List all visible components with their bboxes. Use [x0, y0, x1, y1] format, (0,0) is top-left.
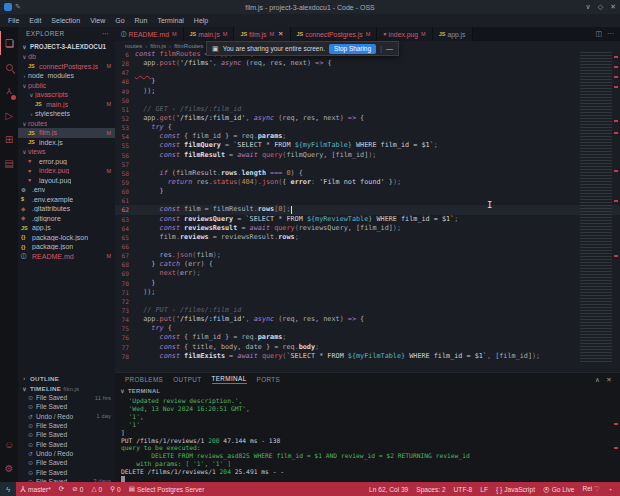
menu-help[interactable]: Help	[190, 16, 212, 25]
tree-item--env-example[interactable]: $.env.example	[18, 195, 115, 205]
split-editor-icon[interactable]: ◫	[595, 30, 602, 38]
tree-item-index-js[interactable]: JSindex.js	[18, 138, 115, 148]
code-editor[interactable]: 6const filmRoutes = (app) => {28 app.pos…	[115, 50, 620, 372]
menu-run[interactable]: Run	[131, 16, 152, 25]
menu-edit[interactable]: Edit	[25, 16, 45, 25]
tree-item--gitattributes[interactable]: ◈.gitattributes	[18, 204, 115, 214]
outline-section-header[interactable]: › OUTLINE	[18, 373, 115, 383]
settings-icon[interactable]: ⚙	[0, 456, 18, 480]
status-go-live[interactable]: ⦿Go Live	[539, 486, 578, 493]
tab-connectpostgres-js[interactable]: JSconnectPostgres.jsM	[291, 27, 378, 41]
tree-item-readme-md[interactable]: ⓘREADME.mdM	[18, 252, 115, 262]
menu-selection[interactable]: Selection	[47, 16, 84, 25]
tree-item-javascripts[interactable]: ∨javascripts	[18, 90, 115, 100]
menu-terminal[interactable]: Terminal	[153, 16, 187, 25]
timeline-item[interactable]: ↺Undo / Redo	[18, 449, 115, 458]
extensions-icon[interactable]: ⊞	[0, 127, 18, 151]
timeline-item[interactable]: ⊙File Saved	[18, 430, 115, 439]
timeline-item[interactable]: ⊙File Saved	[18, 467, 115, 476]
more-actions-icon[interactable]: ⋯	[607, 30, 614, 38]
tree-item-node-modules[interactable]: ›node_modules	[18, 71, 115, 81]
status-warn[interactable]: △0	[87, 485, 106, 493]
hide-notification-button[interactable]: —	[386, 45, 393, 52]
timeline-item[interactable]: ⊙File Saved11 hrs	[18, 393, 115, 402]
close-button[interactable]: ✕	[610, 3, 616, 11]
tab-index-pug[interactable]: ♥index.pugM	[377, 27, 432, 41]
tree-item-app-js[interactable]: JSapp.js	[18, 223, 115, 233]
close-panel-icon[interactable]: ✕	[606, 376, 612, 384]
timeline-item-label: File Saved	[36, 394, 67, 401]
tab-app-js[interactable]: JSapp.js	[433, 27, 473, 41]
tab-main-js[interactable]: JSmain.jsM	[184, 27, 235, 41]
tree-item-layout-pug[interactable]: ♥layout.pug	[18, 176, 115, 186]
status-ln-62-col-39[interactable]: Ln 62, Col 39	[365, 486, 412, 493]
status-db[interactable]: ▤Select Postgres Server	[125, 485, 209, 493]
tab-film-js[interactable]: JSfilm.jsM✕	[234, 27, 290, 41]
tree-item-routes[interactable]: ∨routes	[18, 119, 115, 129]
tree-item-film-js[interactable]: JSfilm.jsM	[18, 128, 115, 138]
breadcrumb-segment[interactable]: filmRoutes	[174, 42, 203, 49]
tree-item-index-pug[interactable]: ♥index.pugM	[18, 166, 115, 176]
tree-item-package-lock-json[interactable]: {}package-lock.json	[18, 233, 115, 243]
tree-item-connectpostgres-js[interactable]: JSconnectPostgres.jsM	[18, 62, 115, 72]
tree-item--env[interactable]: ⚙.env	[18, 185, 115, 195]
source-control-icon[interactable]: Y	[0, 79, 18, 103]
code-line-67: 67 res.json(film);	[115, 251, 620, 260]
panel-tab-ports[interactable]: PORTS	[257, 376, 281, 383]
status-bell[interactable]: ◔	[604, 486, 616, 493]
status-branch[interactable]: Ymaster*	[16, 484, 55, 494]
tree-item-db[interactable]: ∨db	[18, 52, 115, 62]
save-icon: ⊙	[28, 403, 33, 410]
close-tab-icon[interactable]: ✕	[278, 30, 283, 38]
tree-item-error-pug[interactable]: ♥error.pug	[18, 157, 115, 167]
breadcrumb-segment[interactable]: film.js	[150, 42, 166, 49]
panel-tab-problems[interactable]: PROBLEMS	[125, 376, 163, 383]
stop-sharing-button[interactable]: Stop Sharing	[329, 44, 376, 54]
tree-item-views[interactable]: ∨views	[18, 147, 115, 157]
status-lf[interactable]: LF	[476, 486, 492, 493]
maximize-panel-icon[interactable]: ∧	[595, 376, 600, 384]
menu-go[interactable]: Go	[111, 16, 128, 25]
window-title: film.js - project-3-alexdocu1 - Code - O…	[0, 4, 620, 11]
editor-actions: ◫⋯	[595, 27, 620, 41]
status-error[interactable]: ⊘0	[68, 485, 87, 493]
menu-view[interactable]: View	[86, 16, 109, 25]
panel-tab-terminal[interactable]: TERMINAL	[212, 375, 247, 384]
status-spaces-2[interactable]: Spaces: 2	[412, 486, 449, 493]
maximize-button[interactable]: ◇	[598, 3, 603, 11]
menu-file[interactable]: File	[4, 16, 23, 25]
status-plug[interactable]: ⚲0	[106, 485, 125, 493]
timeline-item[interactable]: ↺Undo / Redo1 day	[18, 412, 115, 421]
panel-tab-output[interactable]: OUTPUT	[173, 376, 201, 383]
status-utf-8[interactable]: UTF-8	[450, 486, 477, 493]
explorer-more-icon[interactable]: ⋯	[102, 30, 109, 38]
minimize-button[interactable]: ∨	[586, 3, 591, 11]
timeline-item[interactable]: ⊙File Saved	[18, 458, 115, 467]
status-sync[interactable]: ⟳	[55, 485, 69, 493]
tree-item-package-json[interactable]: {}package.json	[18, 242, 115, 252]
timeline-item[interactable]: ⊙File Saved	[18, 421, 115, 430]
breadcrumb-segment[interactable]: routes	[125, 42, 142, 49]
minimap[interactable]	[580, 52, 612, 362]
project-root-row[interactable]: ∨ PROJECT-3-ALEXDOCU1	[18, 40, 115, 52]
tree-item-stylesheets[interactable]: ›stylesheets	[18, 109, 115, 119]
timeline-item[interactable]: ⊙File Saved	[18, 402, 115, 411]
status-javascript[interactable]: { }JavaScript	[492, 486, 539, 493]
timeline-section-header[interactable]: ∨ TIMELINE film.js	[18, 383, 115, 393]
terminal-output[interactable]: 'Updated review description.', 'Wed, 13 …	[115, 395, 620, 484]
run-debug-icon[interactable]: ▷	[0, 103, 18, 127]
tree-item-public[interactable]: ∨public	[18, 81, 115, 91]
terminal-group-header[interactable]: ∨ TERMINAL	[115, 386, 620, 395]
status-rei-[interactable]: Rei ♡	[578, 485, 604, 493]
search-icon[interactable]	[0, 55, 18, 79]
code-line-65: 65 film.reviews = reviewsResult.rows;	[115, 233, 620, 242]
tree-item--gitignore[interactable]: ◈.gitignore	[18, 214, 115, 224]
remote-indicator[interactable]: ϟ	[0, 482, 16, 496]
tab-readme-md[interactable]: ⓘREADME.mdM	[115, 27, 184, 41]
database-icon[interactable]: ▤	[0, 151, 18, 175]
explorer-icon[interactable]: ❏	[0, 31, 18, 55]
tree-item-main-js[interactable]: JSmain.jsM	[18, 100, 115, 110]
account-icon[interactable]: ☺	[0, 432, 18, 456]
timeline-item[interactable]: ⊙File Saved	[18, 439, 115, 448]
status-label: Go Live	[552, 486, 575, 493]
